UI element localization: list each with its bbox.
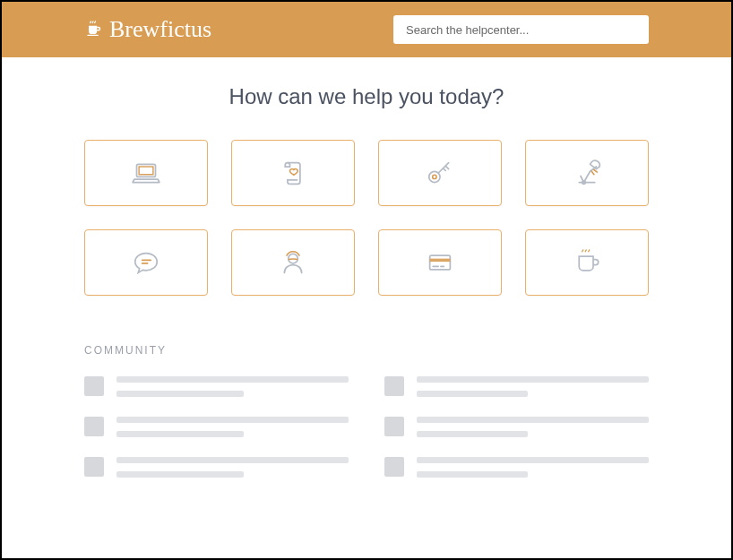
laptop-icon	[127, 154, 165, 192]
category-card-user[interactable]	[231, 229, 355, 296]
placeholder-line	[417, 431, 528, 437]
list-item[interactable]	[84, 376, 349, 397]
placeholder-line	[116, 471, 244, 478]
thumb-icon	[384, 376, 404, 396]
mug-icon	[568, 244, 606, 281]
category-card-laptop[interactable]	[84, 140, 208, 206]
svg-rect-10	[430, 259, 451, 263]
thumb-icon	[384, 417, 404, 436]
category-card-creditcard[interactable]	[378, 229, 502, 296]
svg-rect-2	[139, 167, 153, 175]
category-card-chat[interactable]	[84, 229, 208, 296]
svg-rect-9	[430, 255, 451, 270]
user-icon	[274, 244, 312, 281]
page-title: How can we help you today?	[84, 84, 649, 109]
category-card-mug[interactable]	[525, 229, 649, 296]
brand-name: Brewfictus	[109, 16, 211, 43]
app-window: Brewfictus How can we help you today?	[0, 0, 733, 560]
placeholder-line	[116, 391, 244, 397]
list-item[interactable]	[84, 457, 349, 478]
svg-rect-0	[87, 35, 99, 36]
placeholder-line	[417, 391, 528, 397]
category-grid	[84, 140, 649, 296]
list-item[interactable]	[384, 417, 649, 437]
chat-icon	[127, 244, 165, 281]
cup-icon	[84, 21, 102, 39]
thumb-icon	[84, 376, 104, 396]
list-item[interactable]	[384, 376, 649, 397]
thumb-icon	[84, 457, 104, 477]
key-icon	[421, 154, 459, 192]
community-list	[84, 376, 649, 478]
main-content: How can we help you today?	[2, 57, 731, 478]
category-card-scroll[interactable]	[231, 140, 355, 206]
logo[interactable]: Brewfictus	[84, 16, 211, 43]
thumb-icon	[384, 457, 404, 477]
placeholder-line	[116, 376, 349, 383]
svg-point-4	[433, 175, 436, 178]
placeholder-line	[116, 417, 349, 423]
header: Brewfictus	[2, 2, 731, 57]
category-card-lamp[interactable]	[525, 140, 649, 206]
list-item[interactable]	[84, 417, 349, 437]
thumb-icon	[84, 417, 104, 436]
creditcard-icon	[421, 244, 459, 281]
search-input[interactable]	[393, 15, 649, 44]
placeholder-line	[116, 431, 244, 437]
lamp-icon	[568, 154, 606, 192]
placeholder-line	[417, 457, 649, 463]
placeholder-line	[417, 376, 649, 383]
placeholder-line	[417, 417, 649, 423]
scroll-heart-icon	[274, 154, 312, 192]
community-section-label: COMMUNITY	[84, 344, 649, 357]
category-card-key[interactable]	[378, 140, 502, 206]
placeholder-line	[116, 457, 349, 463]
list-item[interactable]	[384, 457, 649, 478]
placeholder-line	[417, 471, 528, 478]
